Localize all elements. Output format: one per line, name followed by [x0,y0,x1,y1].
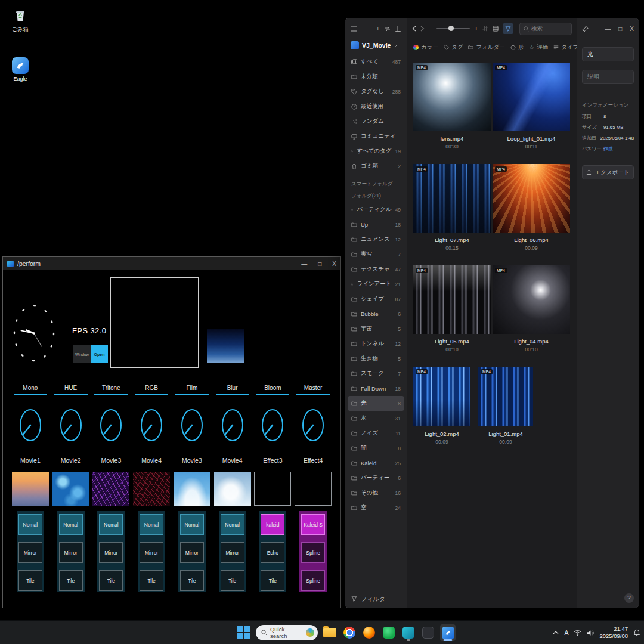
perform-close-button[interactable]: X [332,261,336,267]
video-card[interactable]: MP4 Light_01.mp4 00:09 [478,367,533,445]
name-field[interactable]: 光 [582,47,634,61]
sidebar-folder-item[interactable]: トンネル 12 [348,336,404,351]
chip-type[interactable]: タイプ [553,44,578,51]
perform-minimize-button[interactable]: — [301,261,307,267]
zoom-out-icon[interactable]: − [429,25,432,32]
fx-mode-button[interactable]: Tile [99,570,123,591]
sidebar-folder-item[interactable]: Up 18 [348,217,404,232]
sidebar-folder-item[interactable]: 実写 7 [348,247,404,262]
filter-toggle[interactable] [503,23,513,34]
clip-thumbnail[interactable] [133,472,170,506]
fx-mode-button[interactable]: Tile [18,570,42,591]
sidebar-item-all[interactable]: すべて 487 [348,54,404,69]
chip-shape[interactable]: 形 [510,44,524,51]
clip-thumbnail[interactable] [12,472,49,506]
video-card[interactable]: MP4 lens.mp4 00:30 [413,63,491,150]
effect-slot[interactable]: Bloom [253,381,293,395]
help-button[interactable]: ? [624,593,634,603]
sync-icon[interactable] [384,26,391,32]
taskbar-app-chrome[interactable] [342,624,357,641]
eagle-maximize-button[interactable]: □ [618,26,622,32]
clip-thumbnail[interactable] [174,472,210,506]
pin-icon[interactable] [582,26,589,32]
video-thumbnail[interactable]: MP4 [493,164,570,233]
clip-thumbnail[interactable] [214,472,251,506]
fx-mode-button[interactable]: Tile [221,570,244,591]
sidebar-folder-item[interactable]: 氷 31 [348,411,404,426]
zoom-slider-knob[interactable] [448,26,454,31]
sidebar-folder-item[interactable]: 宇宙 5 [348,321,404,336]
channel-knob[interactable] [212,408,253,442]
start-button[interactable] [236,624,252,641]
sidebar-folder-item[interactable]: Kaleid 25 [348,456,404,470]
ime-indicator[interactable]: A [564,629,568,636]
sidebar-folder-item[interactable]: ラインアート 21 [348,277,404,292]
effect-slot[interactable]: Master [293,381,333,395]
channel-knob[interactable] [293,408,333,442]
taskbar-app-eagle[interactable] [440,624,456,641]
hamburger-menu-icon[interactable] [351,26,357,32]
eagle-desktop-icon[interactable]: Eagle [4,57,37,82]
video-card[interactable]: MP4 Light_05.mp4 00:10 [413,265,491,352]
chip-rating[interactable]: ☆ 評価 [529,44,548,51]
clip-thumbnail[interactable] [52,472,89,506]
video-thumbnail[interactable]: MP4 [413,164,491,233]
window-mode-button[interactable]: Window [73,345,91,363]
sidebar-folder-item[interactable]: シェイプ 87 [348,292,404,306]
channel-knob[interactable] [91,408,132,442]
video-thumbnail[interactable]: MP4 [413,63,491,131]
zoom-in-icon[interactable]: + [474,25,478,32]
channel-knob[interactable] [131,408,172,442]
sidebar-item-trash[interactable]: ゴミ箱 2 [348,159,404,174]
channel-knob[interactable] [10,408,51,442]
chip-folder[interactable]: フォルダー [468,44,504,51]
panel-icon[interactable] [395,26,401,32]
sidebar-filter-bar[interactable]: フィルター [345,590,407,608]
fx-mode-button[interactable]: Kaleid S [301,514,325,535]
sidebar-item-recent[interactable]: 最近使用 [348,99,404,114]
fx-mode-button[interactable]: Nomal [140,514,163,535]
video-card[interactable]: MP4 Loop_light_01.mp4 00:11 [493,63,570,150]
description-field[interactable]: 説明 [582,70,634,84]
taskbar-app-green[interactable] [381,624,397,641]
fx-mode-button[interactable]: Tile [140,570,163,591]
fx-mode-button[interactable]: Nomal [221,514,244,535]
taskbar-app-explorer[interactable] [322,624,338,641]
add-icon[interactable]: + [376,25,380,32]
clip-thumbnail[interactable] [254,472,291,506]
sidebar-folder-item[interactable]: 闇 8 [348,441,404,456]
fx-mode-button[interactable]: Tile [59,570,83,591]
video-card[interactable]: MP4 Light_02.mp4 00:09 [413,367,470,445]
back-icon[interactable] [412,26,416,32]
sidebar-folder-item[interactable]: 生き物 5 [348,351,404,366]
video-thumbnail[interactable]: MP4 [478,367,533,426]
sidebar-folder-item[interactable]: ニュアンス 12 [348,232,404,247]
fx-mode-button[interactable]: Tile [180,570,204,591]
video-card[interactable]: MP4 Light_06.mp4 00:09 [493,164,570,251]
channel-knob[interactable] [51,408,91,442]
effect-slot[interactable]: Mono [10,381,51,395]
clip-thumbnail[interactable] [92,472,129,506]
eagle-minimize-button[interactable]: — [605,26,611,32]
effect-slot[interactable]: Blur [212,381,253,395]
sidebar-item-all-tags[interactable]: すべてのタグ 19 [348,144,404,159]
forward-icon[interactable] [420,26,425,32]
perform-maximize-button[interactable]: □ [318,261,321,267]
clip-thumbnail[interactable] [295,472,332,506]
video-card[interactable]: MP4 Light_07.mp4 00:15 [413,164,491,251]
effect-slot[interactable]: RGB [131,381,172,395]
fx-mode-button[interactable]: Nomal [99,514,123,535]
open-mode-button[interactable]: Open [91,345,108,363]
sidebar-item-uncategorized[interactable]: 未分類 [348,69,404,84]
sidebar-folder-item[interactable]: Bubble 6 [348,306,404,321]
fx-mode-button[interactable]: Nomal [180,514,204,535]
fx-mode-button[interactable]: Mirror [18,542,42,563]
chip-tag[interactable]: タグ [444,44,463,51]
video-thumbnail[interactable]: MP4 [493,63,570,131]
channel-knob[interactable] [253,408,293,442]
sidebar-folder-item[interactable]: 空 24 [348,500,404,515]
fx-mode-button[interactable]: Mirror [221,542,244,563]
password-create-link[interactable]: 作成 [603,145,634,152]
chip-color[interactable]: カラー [413,44,438,51]
fx-mode-button[interactable]: Mirror [59,542,83,563]
